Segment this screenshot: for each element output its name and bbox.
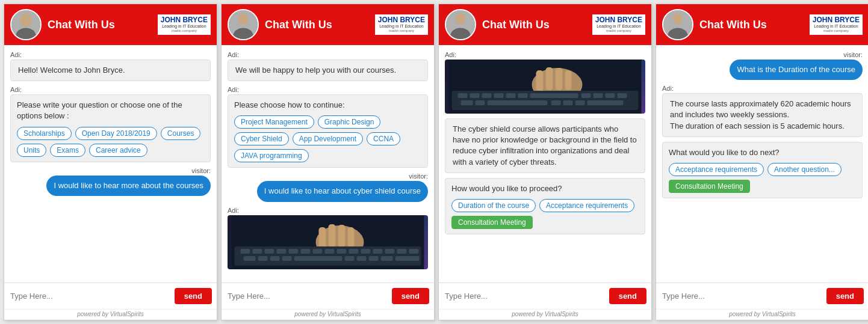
option-consultation[interactable]: Consultation Meeting xyxy=(451,216,533,229)
msg-row: Adi: xyxy=(445,51,645,114)
option-courses[interactable]: Courses xyxy=(161,127,201,140)
svg-rect-32 xyxy=(244,256,256,261)
option-pm[interactable]: Project Management xyxy=(234,115,314,129)
type-input-3[interactable] xyxy=(444,288,606,304)
visitor-bubble: I would like to hear about cyber shield … xyxy=(257,181,428,201)
msg-row: Adi: xyxy=(228,207,428,269)
send-button-3[interactable]: send xyxy=(609,288,646,304)
svg-rect-66 xyxy=(551,100,561,105)
svg-rect-26 xyxy=(349,249,359,254)
svg-rect-17 xyxy=(241,249,250,254)
msg-sender-visitor: visitor: xyxy=(843,51,863,58)
option-scholarships[interactable]: Scholarships xyxy=(17,127,72,140)
logo-name: JOHN BRYCE xyxy=(595,16,642,24)
options-title: What would you like to do next? xyxy=(669,147,856,158)
visitor-bubble: What is the Duration of the course xyxy=(730,60,863,80)
svg-rect-41 xyxy=(395,256,420,261)
msg-row: The cyber shield course allows participa… xyxy=(445,118,645,173)
avatar xyxy=(10,9,42,40)
svg-rect-33 xyxy=(258,256,268,261)
cyber-image-2 xyxy=(445,60,645,114)
header-logo: JOHN BRYCE Leading in IT Education madin… xyxy=(592,14,645,34)
svg-rect-14 xyxy=(338,225,346,247)
svg-rect-22 xyxy=(301,249,311,254)
msg-row: Adi: Please choose how to continue: Proj… xyxy=(228,86,428,168)
option-acceptance2[interactable]: Acceptance requirements xyxy=(669,163,764,176)
option-consultation2[interactable]: Consultation Meeting xyxy=(669,180,750,193)
option-openday[interactable]: Open Day 2018/2019 xyxy=(75,127,157,140)
svg-rect-21 xyxy=(289,249,299,254)
options-title: Please write your question or choose one… xyxy=(17,100,204,121)
logo-name: JOHN BRYCE xyxy=(378,16,425,24)
msg-sender: Adi: xyxy=(10,86,211,93)
msg-sender: Adi: xyxy=(228,51,428,58)
msg-row: How would you like to proceed? Duration … xyxy=(445,178,645,234)
logo-tagline: Leading in IT Education xyxy=(597,24,640,29)
chat-body-1: Adi: Hello! Welcome to John Bryce. Adi: … xyxy=(4,45,217,283)
send-button-2[interactable]: send xyxy=(392,288,429,304)
svg-point-72 xyxy=(673,13,683,24)
msg-row-visitor: visitor: I would like to hear more about… xyxy=(10,167,211,196)
send-button-1[interactable]: send xyxy=(175,288,212,304)
svg-point-3 xyxy=(21,13,31,24)
header-title: Chat With Us xyxy=(482,19,586,31)
svg-rect-67 xyxy=(563,100,573,105)
msg-sender-visitor: visitor: xyxy=(191,167,211,174)
msg-sender: Adi: xyxy=(662,85,863,92)
svg-rect-49 xyxy=(556,68,563,90)
svg-rect-25 xyxy=(337,249,347,254)
chat-header-3: Chat With Us JOHN BRYCE Leading in IT Ed… xyxy=(439,4,651,45)
svg-rect-28 xyxy=(373,249,383,254)
svg-point-6 xyxy=(238,13,249,24)
header-logo: JOHN BRYCE Leading in IT Education madin… xyxy=(375,14,428,34)
svg-rect-56 xyxy=(506,93,516,98)
option-java[interactable]: JAVA programming xyxy=(234,149,309,162)
option-duration[interactable]: Duration of the course xyxy=(451,199,536,212)
svg-rect-63 xyxy=(461,100,473,105)
avatar xyxy=(228,9,259,40)
chat-header-1: Chat With Us JOHN BRYCE Leading in IT Ed… xyxy=(4,4,217,45)
option-career[interactable]: Career advice xyxy=(89,144,147,157)
option-acceptance[interactable]: Acceptance requirements xyxy=(539,199,634,212)
svg-rect-23 xyxy=(313,249,323,254)
svg-rect-48 xyxy=(546,67,553,90)
option-exams[interactable]: Exams xyxy=(50,144,85,157)
logo-sub: madin company xyxy=(389,29,414,33)
type-input-4[interactable] xyxy=(661,288,823,304)
options-title: How would you like to proceed? xyxy=(451,183,639,194)
svg-rect-36 xyxy=(294,256,343,261)
chat-widget-3: Chat With Us JOHN BRYCE Leading in IT Ed… xyxy=(438,4,652,320)
svg-rect-38 xyxy=(357,256,367,261)
svg-rect-55 xyxy=(494,93,504,98)
avatar xyxy=(662,9,693,40)
svg-rect-30 xyxy=(397,249,407,254)
option-gd[interactable]: Graphic Design xyxy=(318,115,381,129)
options-grid: Scholarships Open Day 2018/2019 Courses … xyxy=(17,127,204,157)
chat-footer-4: send xyxy=(656,283,868,309)
svg-rect-18 xyxy=(253,249,262,254)
avatar xyxy=(445,9,476,40)
header-title: Chat With Us xyxy=(699,19,804,31)
svg-rect-54 xyxy=(482,93,492,98)
type-input-1[interactable] xyxy=(9,288,171,304)
option-ad[interactable]: App Development xyxy=(293,132,363,145)
option-cs[interactable]: Cyber Shield xyxy=(234,132,289,145)
type-input-2[interactable] xyxy=(226,288,388,304)
options-grid: Acceptance requirements Another question… xyxy=(669,163,856,193)
svg-rect-61 xyxy=(606,93,615,98)
svg-rect-65 xyxy=(488,100,548,105)
chat-header-2: Chat With Us JOHN BRYCE Leading in IT Ed… xyxy=(222,4,434,45)
options-bubble: How would you like to proceed? Duration … xyxy=(445,178,645,234)
send-button-4[interactable]: send xyxy=(826,288,864,304)
msg-row: Adi: The course lasts approximately 620 … xyxy=(662,85,863,137)
option-units[interactable]: Units xyxy=(17,144,46,157)
option-another[interactable]: Another question... xyxy=(767,163,842,176)
chat-footer-1: send xyxy=(4,283,217,309)
svg-rect-37 xyxy=(345,256,355,261)
svg-rect-53 xyxy=(470,93,480,98)
option-ccna[interactable]: CCNA xyxy=(367,132,400,145)
svg-rect-34 xyxy=(270,256,280,261)
logo-tagline: Leading in IT Education xyxy=(814,24,858,29)
powered-by-1: powered by VirtualSpirits xyxy=(4,309,217,320)
svg-rect-27 xyxy=(361,249,371,254)
